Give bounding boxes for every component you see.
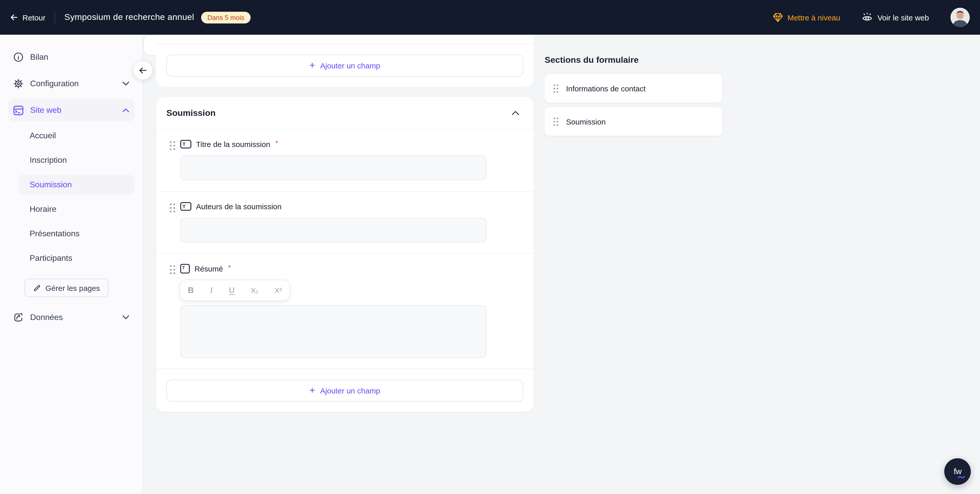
section-title: Soumission [166,108,216,118]
sidebar-item-label: Bilan [30,52,48,62]
sections-panel-title: Sections du formulaire [545,55,638,65]
svg-text:T: T [183,141,186,147]
field-label: Résumé [194,264,223,273]
info-icon [13,52,24,62]
topbar-actions: Mettre à niveau Voir le site web [773,8,970,27]
text-field-icon: T [180,202,191,211]
field-row-titre: T Titre de la soumission * [156,129,533,191]
svg-text:T: T [182,265,185,270]
field-label: Titre de la soumission [196,140,270,149]
bold-button[interactable]: B [188,286,194,294]
chevron-up-icon [123,108,129,112]
field-label-row: T Titre de la soumission * [156,130,533,149]
drag-handle-icon[interactable] [169,203,176,213]
svg-text:T: T [183,204,186,209]
drag-handle-icon[interactable] [553,117,559,126]
add-field-label: Ajouter un champ [320,386,380,395]
field-label: Auteurs de la soumission [196,202,282,211]
sidebar-subnav: Accueil Inscription Soumission Horaire P… [18,125,134,268]
collapse-section-button[interactable] [510,109,521,118]
event-countdown-badge: Dans 5 mois [201,11,251,23]
section-item-label: Soumission [566,117,606,126]
event-title: Symposium de recherche annuel [64,12,194,22]
section-item-informations-de-contact[interactable]: Informations de contact [545,74,722,103]
chevron-down-icon [123,82,129,86]
chevron-up-icon [512,111,519,115]
field-textarea-resume[interactable] [180,305,487,358]
sub-item-label: Présentations [30,229,80,238]
sub-item-label: Horaire [30,205,56,214]
underline-button[interactable]: U [229,286,235,294]
plus-icon: + [309,384,315,396]
data-export-icon [13,312,24,322]
field-label-row: T Auteurs de la soumission [156,192,533,211]
sidebar-item-soumission[interactable]: Soumission [18,175,134,195]
sub-item-label: Inscription [30,156,67,165]
italic-button[interactable]: I [210,286,213,294]
arrow-left-icon [139,67,147,74]
eye-icon [862,12,873,22]
add-field-label: Ajouter un champ [320,61,380,70]
fourwaves-logo: fw [954,467,961,476]
sidebar-collapse-button[interactable] [134,61,152,79]
field-input-auteurs[interactable] [180,218,487,242]
field-input-titre[interactable] [180,156,487,180]
manage-pages-button[interactable]: Gérer les pages [24,279,108,297]
sidebar-item-horaire[interactable]: Horaire [18,199,134,219]
topbar: Retour Symposium de recherche annuel Dan… [0,0,980,35]
previous-section-footer: + Ajouter un champ [156,44,533,87]
required-asterisk: * [228,263,231,271]
fourwaves-widget-button[interactable]: fw [944,458,971,485]
drag-handle-icon[interactable] [553,83,559,93]
logo-squiggle-icon [958,476,965,488]
plus-icon: + [309,59,315,71]
sub-item-label: Soumission [30,180,72,189]
sidebar-item-configuration[interactable]: Configuration [8,73,134,95]
sidebar-donnees-wrap: Données [0,306,142,329]
add-field-button-bottom[interactable]: + Ajouter un champ [166,380,523,402]
field-row-resume: T Résumé * B I U X₂ X² [156,253,533,369]
view-site-button[interactable]: Voir le site web [862,12,929,22]
browser-icon [13,105,24,115]
sections-panel: Sections du formulaire Informations de c… [545,35,722,494]
view-site-label: Voir le site web [877,13,929,22]
drag-handle-icon[interactable] [169,264,176,275]
section-item-soumission[interactable]: Soumission [545,107,722,136]
field-row-auteurs: T Auteurs de la soumission [156,191,533,253]
add-field-button-top[interactable]: + Ajouter un champ [166,55,523,76]
superscript-button[interactable]: X² [275,287,282,294]
sidebar-item-presentations[interactable]: Présentations [18,224,134,244]
required-asterisk: * [275,138,278,147]
sidebar-item-label: Données [30,313,63,322]
drag-handle-icon[interactable] [169,140,176,151]
arrow-left-icon [10,14,18,21]
upgrade-button[interactable]: Mettre à niveau [773,13,840,22]
richtext-toolbar: B I U X₂ X² [180,280,290,300]
form-builder-main: + Ajouter un champ Soumission [143,35,980,494]
text-field-icon: T [180,140,191,149]
sidebar: Bilan Configuration [0,35,143,494]
sidebar-item-label: Configuration [30,79,79,88]
gear-icon [13,79,24,89]
subscript-button[interactable]: X₂ [251,287,259,294]
topbar-divider [55,11,55,24]
manage-pages-label: Gérer les pages [45,283,100,292]
sub-item-label: Participants [30,254,72,263]
sidebar-item-participants[interactable]: Participants [18,248,134,268]
sidebar-item-accueil[interactable]: Accueil [18,125,134,146]
sidebar-item-site-web[interactable]: Site web [8,99,134,121]
sidebar-item-bilan[interactable]: Bilan [8,46,134,68]
back-label: Retour [22,13,45,22]
section-item-label: Informations de contact [566,84,646,93]
section-footer: + Ajouter un champ [156,369,533,402]
upgrade-label: Mettre à niveau [788,13,840,22]
sub-item-label: Accueil [30,131,56,140]
field-label-row: T Résumé * [156,254,533,273]
textarea-field-icon: T [180,264,190,273]
sidebar-item-inscription[interactable]: Inscription [18,150,134,170]
avatar[interactable] [950,8,970,27]
chevron-down-icon [123,315,129,319]
sidebar-item-donnees[interactable]: Données [8,306,134,329]
app-window: Retour Symposium de recherche annuel Dan… [0,0,980,494]
back-button[interactable]: Retour [10,13,45,22]
